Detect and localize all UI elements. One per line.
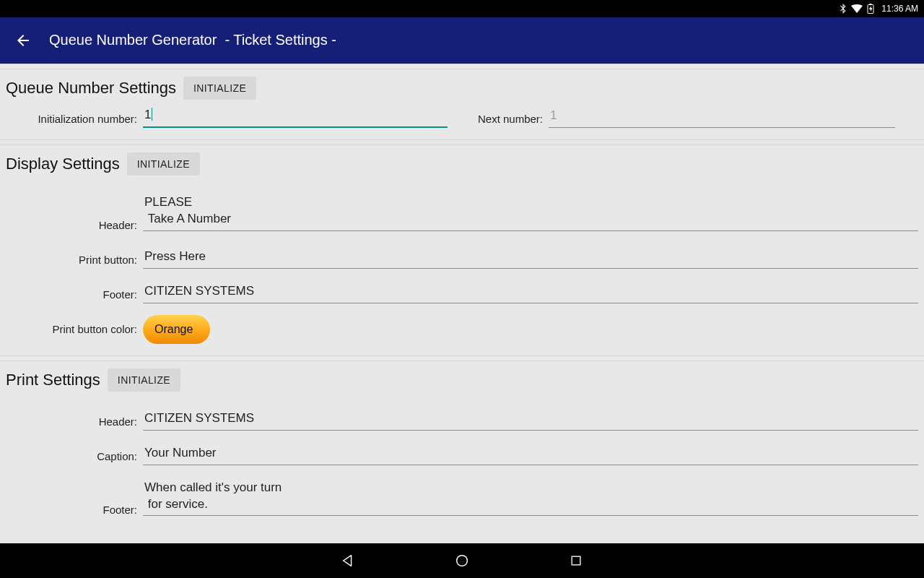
next-number-label: Next number: xyxy=(476,113,549,128)
battery-charging-icon xyxy=(867,4,874,14)
queue-initialize-button[interactable]: INITIALIZE xyxy=(183,77,256,100)
section-display: Display Settings INITIALIZE Header: Prin… xyxy=(0,145,924,355)
system-nav-bar xyxy=(0,543,924,578)
section-queue-number: Queue Number Settings INITIALIZE Initial… xyxy=(0,69,924,139)
svg-rect-1 xyxy=(870,4,872,5)
settings-scroll[interactable]: Queue Number Settings INITIALIZE Initial… xyxy=(0,64,924,543)
print-footer-input[interactable] xyxy=(143,477,918,517)
status-bar: 11:36 AM xyxy=(0,0,924,17)
page-title: Queue Number Generator - Ticket Settings… xyxy=(49,32,336,48)
display-initialize-button[interactable]: INITIALIZE xyxy=(127,152,200,176)
display-printbtn-label: Print button: xyxy=(6,254,143,269)
display-header-input[interactable] xyxy=(143,191,918,231)
print-button-color-select[interactable]: Orange xyxy=(143,315,210,344)
wifi-icon xyxy=(851,4,863,13)
init-number-input[interactable]: 1 xyxy=(143,104,448,128)
status-time: 11:36 AM xyxy=(881,4,918,14)
app-bar: Queue Number Generator - Ticket Settings… xyxy=(0,17,924,64)
print-header-label: Header: xyxy=(6,415,143,431)
print-caption-input[interactable] xyxy=(143,442,918,465)
print-footer-label: Footer: xyxy=(6,504,143,519)
section-print: Print Settings INITIALIZE Header: Captio… xyxy=(0,361,924,531)
next-number-value: 1 xyxy=(549,105,895,128)
display-footer-label: Footer: xyxy=(6,288,143,303)
back-arrow-icon[interactable] xyxy=(9,26,38,55)
print-header-input[interactable] xyxy=(143,407,918,431)
print-caption-label: Caption: xyxy=(6,450,143,465)
display-header-label: Header: xyxy=(6,219,143,234)
svg-point-2 xyxy=(457,556,468,566)
nav-back-button[interactable] xyxy=(338,551,358,571)
display-footer-input[interactable] xyxy=(143,280,918,303)
svg-rect-3 xyxy=(572,556,580,565)
display-printbtn-input[interactable] xyxy=(143,246,918,269)
init-number-label: Initialization number: xyxy=(6,113,143,128)
nav-recent-button[interactable] xyxy=(566,551,586,571)
print-initialize-button[interactable]: INITIALIZE xyxy=(108,368,180,392)
bluetooth-icon xyxy=(840,4,847,14)
queue-section-title: Queue Number Settings xyxy=(6,79,176,98)
print-button-color-label: Print button color: xyxy=(6,323,143,335)
print-section-title: Print Settings xyxy=(6,371,100,389)
display-section-title: Display Settings xyxy=(6,155,120,173)
nav-home-button[interactable] xyxy=(452,551,472,571)
